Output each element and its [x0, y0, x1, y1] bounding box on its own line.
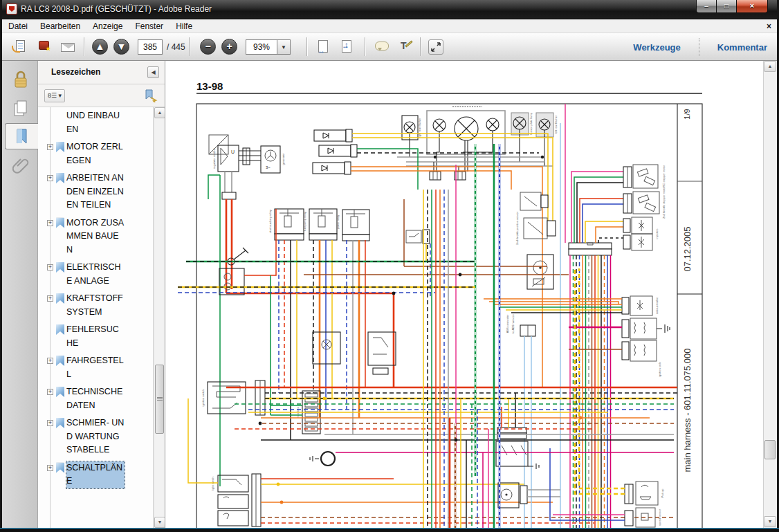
bookmark-item[interactable]: FEHLERSUCHE	[38, 323, 153, 350]
security-panel-button[interactable]	[6, 66, 36, 93]
bookmark-arrow-icon	[144, 89, 158, 102]
werkzeuge-link[interactable]: Werkzeuge	[633, 42, 680, 53]
menu-anzeige[interactable]: Anzeige	[86, 20, 129, 33]
expand-plus-icon[interactable]: +	[47, 358, 53, 364]
bookmark-label[interactable]: KRAFTSTOFF SYSTEM	[66, 292, 125, 319]
bookmark-flag-icon	[56, 218, 64, 228]
sidebar-scrollbar-thumb[interactable]	[155, 365, 164, 434]
bookmark-item[interactable]: + MOTOR ZUSAMMEN BAUEN	[38, 217, 153, 257]
expand-plus-icon[interactable]: +	[47, 465, 53, 471]
bookmark-label[interactable]: FEHLERSUCHE	[66, 323, 125, 350]
bookmarks-list: UND EINBAUEN + MOTOR ZERLEGEN + ARBEITEN…	[38, 107, 154, 528]
envelope-icon	[61, 43, 75, 52]
scroll-down-button[interactable]: ▼	[764, 516, 776, 527]
bookmark-label[interactable]: ARBEITEN AN DEN EINZELNEN TEILEN	[66, 172, 125, 212]
open-file-button[interactable]	[10, 37, 31, 57]
expand-plus-icon[interactable]: +	[47, 264, 53, 270]
title-bar[interactable]: RA LC8 2008-D.pdf (GESCHÜTZT) - Adobe Re…	[0, 0, 779, 19]
bookmark-flag-icon	[56, 387, 64, 397]
page-number-input[interactable]	[138, 39, 163, 55]
bookmark-flag-icon	[56, 324, 64, 335]
bookmark-item[interactable]: + KRAFTSTOFF SYSTEM	[38, 292, 153, 319]
component-label: ignition coils	[658, 362, 661, 377]
document-scrollbar[interactable]: ▲ ▼	[763, 61, 777, 528]
bookmark-item[interactable]: + TECHNISCHE DATEN	[38, 385, 153, 412]
pages-panel-button[interactable]	[6, 95, 36, 122]
maximize-button[interactable]: □	[717, 0, 737, 13]
abs-connector-label-1: ABS connector	[506, 314, 509, 333]
menu-hilfe[interactable]: Hilfe	[169, 20, 199, 33]
zoom-out-button[interactable]: −	[200, 39, 216, 55]
sidebar-scrollbar[interactable]: ▲ ▼	[154, 107, 165, 528]
zoom-level-input[interactable]	[246, 39, 277, 55]
component-label: injectors	[655, 229, 659, 239]
vertical-wire-bundles	[423, 104, 565, 528]
regulator-generator: U regulator rectifier 3~ generator	[208, 135, 394, 486]
bookmark-label[interactable]: MOTOR ZUSAMMEN BAUEN	[66, 217, 125, 257]
minimize-button[interactable]: –	[696, 0, 717, 13]
sidebar-scroll-down-button[interactable]: ▼	[154, 517, 165, 528]
bookmarks-panel-button[interactable]	[5, 123, 39, 149]
email-button[interactable]	[57, 37, 78, 57]
previous-page-button[interactable]: ▲	[92, 39, 108, 55]
bookmark-item[interactable]: UND EINBAUEN	[38, 109, 153, 136]
bookmark-label[interactable]: SCHMIER- UND WARTUNGSTABELLE	[66, 416, 125, 457]
fullscreen-arrows-icon	[428, 39, 443, 55]
zoom-in-button[interactable]: +	[221, 39, 237, 55]
expand-plus-icon[interactable]: +	[47, 420, 53, 426]
sign-button[interactable]: T	[395, 37, 416, 57]
bookmark-flag-icon	[56, 293, 64, 304]
expand-current-bookmark-button[interactable]	[144, 89, 158, 102]
zoom-dropdown-button[interactable]: ▼	[277, 39, 291, 55]
diode-blocks	[313, 129, 553, 387]
component-label: 2nd throttle stepper motor	[662, 186, 666, 218]
menu-datei[interactable]: Datei	[2, 20, 34, 33]
fit-width-button[interactable]: ↔	[313, 37, 334, 57]
bookmark-label[interactable]: SCHALTPLÄNE	[66, 461, 125, 488]
attachments-panel-button[interactable]	[6, 152, 36, 178]
document-scrollbar-thumb[interactable]	[764, 440, 776, 459]
adobe-reader-icon	[6, 3, 17, 15]
fit-page-button[interactable]: ↔ ↔	[337, 37, 358, 57]
collapse-panel-button[interactable]: ◀	[147, 66, 159, 78]
menubar-close-icon[interactable]: ×	[767, 21, 771, 31]
bookmark-label[interactable]: FAHRGESTELL	[66, 354, 125, 381]
component-label: licence plate lamp	[529, 112, 533, 135]
bookmark-item[interactable]: + FAHRGESTELL	[38, 354, 153, 381]
sticky-note-button[interactable]	[372, 37, 392, 57]
pdf-page[interactable]: 13-98 1/9 07.12.2005 main harness - 601.…	[165, 61, 763, 528]
printer-icon	[39, 41, 49, 50]
bookmark-item[interactable]: + ARBEITEN AN DEN EINZELNEN TEILEN	[38, 172, 153, 212]
close-button[interactable]: ×	[737, 0, 768, 13]
options-menu-button[interactable]: 8☰ ▾	[44, 89, 65, 102]
scrollbar-grip	[157, 397, 163, 398]
bookmark-label[interactable]: MOTOR ZERLEGEN	[66, 140, 125, 167]
expand-plus-icon[interactable]: +	[47, 175, 53, 181]
bookmark-label[interactable]: UND EINBAUEN	[66, 109, 125, 136]
expand-plus-icon[interactable]: +	[47, 295, 53, 302]
pages-icon	[12, 100, 29, 118]
bookmark-item[interactable]: + SCHMIER- UND WARTUNGSTABELLE	[38, 416, 153, 457]
bookmark-flag-icon	[56, 356, 64, 366]
print-button[interactable]	[34, 37, 55, 57]
expand-plus-icon[interactable]: +	[47, 144, 53, 150]
bookmark-item-selected[interactable]: + SCHALTPLÄNE	[38, 461, 153, 488]
kommentar-link[interactable]: Kommentar	[717, 42, 767, 53]
sidebar-scroll-up-button[interactable]: ▲	[154, 107, 165, 118]
bookmark-label[interactable]: ELEKTRISCHE ANLAGE	[66, 261, 125, 288]
window-border-bottom	[0, 528, 779, 532]
scroll-up-button[interactable]: ▲	[764, 61, 776, 72]
next-page-button[interactable]: ▼	[113, 39, 129, 55]
expand-plus-icon[interactable]: +	[47, 389, 53, 395]
bookmark-label[interactable]: TECHNISCHE DATEN	[66, 385, 125, 412]
menu-fenster[interactable]: Fenster	[129, 20, 169, 33]
fullscreen-button[interactable]	[425, 37, 446, 57]
expand-plus-icon[interactable]: +	[47, 220, 53, 226]
bookmark-item[interactable]: + ELEKTRISCHE ANLAGE	[38, 261, 153, 288]
component-label: right rear flasher	[418, 118, 421, 138]
svg-text:U: U	[231, 149, 235, 154]
component-label: 2nd throttle position sensor	[515, 211, 519, 245]
menu-bearbeiten[interactable]: Bearbeiten	[34, 20, 86, 33]
bookmark-item[interactable]: + MOTOR ZERLEGEN	[38, 140, 153, 167]
component-label: ignition switch	[201, 389, 205, 407]
